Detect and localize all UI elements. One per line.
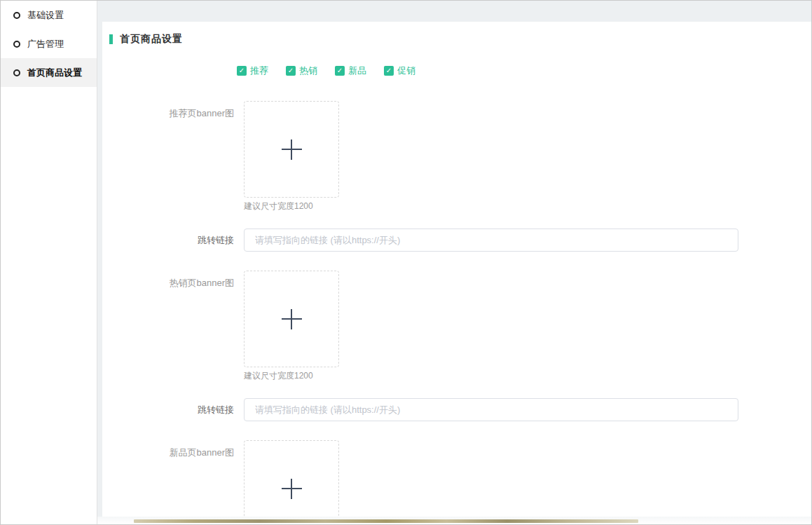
bottom-peek-strip — [97, 517, 811, 524]
field-label: 热销页banner图 — [109, 271, 234, 382]
checkbox-check-icon: ✓ — [237, 66, 247, 76]
checkbox-hot-sale[interactable]: ✓ 热销 — [286, 64, 317, 77]
checkbox-check-icon: ✓ — [286, 66, 296, 76]
form-row-recommended-banner: 推荐页banner图 建议尺寸宽度1200 — [109, 101, 811, 212]
checkbox-recommended[interactable]: ✓ 推荐 — [237, 64, 268, 77]
admin-settings-window: 基础设置 广告管理 首页商品设置 首页商品设置 ✓ 推荐 — [0, 0, 812, 525]
title-accent-bar — [109, 34, 113, 44]
field-label: 新品页banner图 — [109, 440, 234, 518]
checkbox-promotion[interactable]: ✓ 促销 — [384, 64, 415, 77]
upload-size-hint: 建议尺寸宽度1200 — [244, 200, 339, 212]
checkbox-check-icon: ✓ — [335, 66, 345, 76]
sidebar-item-ad-management[interactable]: 广告管理 — [1, 29, 97, 58]
background-image-sliver — [134, 519, 638, 523]
banner-upload-dropzone[interactable] — [244, 271, 339, 367]
checkbox-check-icon: ✓ — [384, 66, 394, 76]
field-label: 跳转链接 — [109, 229, 234, 252]
upload-size-hint: 建议尺寸宽度1200 — [244, 370, 339, 382]
form-row-jump-link: 跳转链接 — [109, 229, 811, 252]
main-content-area: 首页商品设置 ✓ 推荐 ✓ 热销 ✓ 新品 ✓ 促销 — [97, 1, 811, 524]
circle-icon — [13, 69, 20, 76]
jump-link-input[interactable] — [244, 229, 738, 252]
home-product-settings-card: 首页商品设置 ✓ 推荐 ✓ 热销 ✓ 新品 ✓ 促销 — [102, 22, 811, 518]
plus-icon — [282, 479, 302, 499]
plus-icon — [282, 309, 302, 329]
circle-icon — [13, 12, 20, 19]
section-title: 首页商品设置 — [109, 34, 811, 44]
section-title-text: 首页商品设置 — [120, 33, 183, 46]
checkbox-label: 推荐 — [250, 64, 268, 77]
form-row-new-product-banner: 新品页banner图 — [109, 440, 811, 518]
sidebar-item-home-product-settings[interactable]: 首页商品设置 — [1, 58, 97, 87]
form-row-jump-link: 跳转链接 — [109, 398, 811, 421]
field-label: 跳转链接 — [109, 398, 234, 421]
sidebar-item-label: 首页商品设置 — [27, 67, 82, 79]
checkbox-label: 促销 — [397, 64, 415, 77]
category-checkbox-row: ✓ 推荐 ✓ 热销 ✓ 新品 ✓ 促销 — [237, 66, 811, 76]
field-label: 推荐页banner图 — [109, 101, 234, 212]
banner-upload-dropzone[interactable] — [244, 101, 339, 198]
form-row-hot-sale-banner: 热销页banner图 建议尺寸宽度1200 — [109, 271, 811, 382]
settings-sidebar: 基础设置 广告管理 首页商品设置 — [1, 1, 97, 524]
checkbox-label: 新品 — [348, 64, 366, 77]
checkbox-new-product[interactable]: ✓ 新品 — [335, 64, 366, 77]
jump-link-input[interactable] — [244, 398, 738, 421]
sidebar-item-basic-settings[interactable]: 基础设置 — [1, 1, 97, 29]
circle-icon — [13, 41, 20, 48]
checkbox-label: 热销 — [299, 64, 317, 77]
sidebar-item-label: 基础设置 — [27, 9, 64, 22]
sidebar-item-label: 广告管理 — [27, 38, 64, 50]
banner-upload-dropzone[interactable] — [244, 440, 339, 518]
plus-icon — [282, 139, 302, 160]
